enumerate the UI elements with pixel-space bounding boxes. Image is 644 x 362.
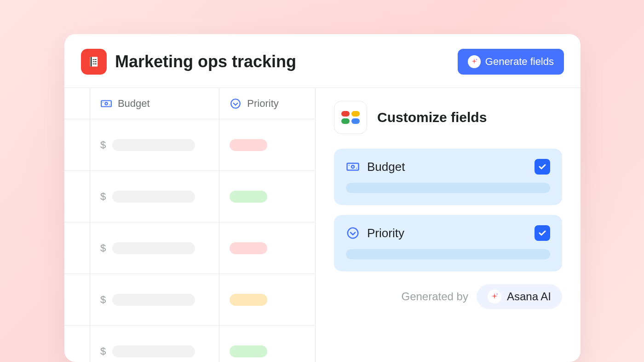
- field-label: Budget: [367, 160, 527, 174]
- currency-symbol: $: [100, 345, 106, 357]
- money-icon: [346, 160, 360, 174]
- check-icon: [538, 162, 547, 171]
- generated-by-row: Generated by Asana AI: [334, 284, 562, 309]
- svg-rect-1: [91, 57, 92, 67]
- generate-button-label: Generate fields: [485, 56, 554, 68]
- priority-icon: [230, 98, 242, 110]
- customize-fields-icon: [334, 101, 367, 134]
- svg-rect-13: [341, 111, 350, 117]
- ai-badge-label: Asana AI: [507, 290, 551, 303]
- field-checkbox[interactable]: [535, 159, 550, 175]
- svg-point-21: [348, 228, 358, 239]
- field-description-placeholder: [346, 183, 550, 193]
- budget-cell[interactable]: $: [90, 326, 219, 362]
- field-checkbox[interactable]: [535, 225, 550, 241]
- svg-point-12: [231, 99, 241, 108]
- check-icon: [538, 228, 547, 238]
- field-card-priority[interactable]: Priority: [334, 215, 562, 271]
- priority-badge: [230, 191, 267, 203]
- budget-cell[interactable]: $: [90, 119, 219, 170]
- main-content: Budget Priority $: [64, 88, 581, 362]
- priority-badge: [230, 294, 267, 306]
- field-card-budget[interactable]: Budget: [334, 149, 562, 205]
- priority-cell[interactable]: [219, 222, 315, 274]
- table-row[interactable]: $: [64, 274, 315, 326]
- svg-rect-6: [94, 61, 97, 62]
- svg-rect-5: [94, 59, 97, 60]
- svg-rect-8: [101, 100, 111, 106]
- svg-point-9: [105, 102, 107, 105]
- table-row[interactable]: $: [64, 171, 315, 222]
- field-description-placeholder: [346, 249, 550, 259]
- svg-rect-7: [94, 64, 97, 64]
- value-placeholder: [112, 242, 195, 254]
- value-placeholder: [112, 191, 195, 203]
- header: Marketing ops tracking Generate fields: [64, 34, 581, 88]
- generate-fields-button[interactable]: Generate fields: [458, 49, 564, 75]
- budget-cell[interactable]: $: [90, 171, 219, 222]
- priority-badge: [230, 345, 267, 357]
- budget-cell[interactable]: $: [90, 222, 219, 274]
- table-row[interactable]: $: [64, 326, 315, 362]
- value-placeholder: [112, 294, 195, 306]
- svg-point-20: [356, 168, 357, 169]
- svg-point-19: [349, 165, 350, 166]
- priority-badge: [230, 139, 267, 151]
- project-icon: [81, 49, 107, 75]
- priority-icon: [346, 226, 360, 240]
- svg-point-3: [93, 61, 94, 62]
- table-row[interactable]: $: [64, 119, 315, 171]
- svg-point-11: [109, 104, 110, 105]
- priority-cell[interactable]: [219, 119, 315, 170]
- project-card: Marketing ops tracking Generate fields: [64, 34, 581, 362]
- column-label: Budget: [118, 98, 150, 110]
- column-header-budget[interactable]: Budget: [90, 88, 219, 119]
- customize-header: Customize fields: [334, 101, 562, 134]
- money-icon: [100, 98, 112, 110]
- priority-cell[interactable]: [219, 171, 315, 222]
- currency-symbol: $: [100, 191, 106, 203]
- field-label: Priority: [367, 226, 527, 240]
- value-placeholder: [112, 139, 195, 151]
- budget-cell[interactable]: $: [90, 274, 219, 325]
- svg-point-10: [103, 102, 104, 103]
- column-header-priority[interactable]: Priority: [219, 88, 315, 119]
- value-placeholder: [112, 345, 195, 357]
- currency-symbol: $: [100, 294, 106, 306]
- svg-rect-16: [351, 118, 360, 124]
- column-label: Priority: [247, 98, 278, 110]
- priority-badge: [230, 242, 267, 254]
- svg-point-4: [93, 64, 94, 64]
- svg-point-18: [351, 165, 354, 168]
- column-spacer: [64, 88, 90, 119]
- generated-by-label: Generated by: [401, 290, 468, 303]
- project-title: Marketing ops tracking: [115, 52, 449, 71]
- svg-point-2: [93, 59, 94, 60]
- svg-rect-15: [341, 118, 350, 124]
- currency-symbol: $: [100, 242, 106, 254]
- customize-title: Customize fields: [377, 110, 487, 125]
- table: Budget Priority $: [64, 88, 316, 362]
- currency-symbol: $: [100, 139, 106, 151]
- column-headers: Budget Priority: [64, 88, 315, 119]
- sparkle-icon: [488, 290, 501, 304]
- priority-cell[interactable]: [219, 274, 315, 325]
- priority-cell[interactable]: [219, 326, 315, 362]
- table-row[interactable]: $: [64, 222, 315, 274]
- svg-rect-14: [351, 111, 360, 117]
- asana-ai-badge[interactable]: Asana AI: [477, 284, 562, 309]
- sparkle-icon: [468, 55, 481, 68]
- svg-rect-17: [347, 163, 359, 170]
- customize-sidebar: Customize fields Budget: [316, 88, 581, 362]
